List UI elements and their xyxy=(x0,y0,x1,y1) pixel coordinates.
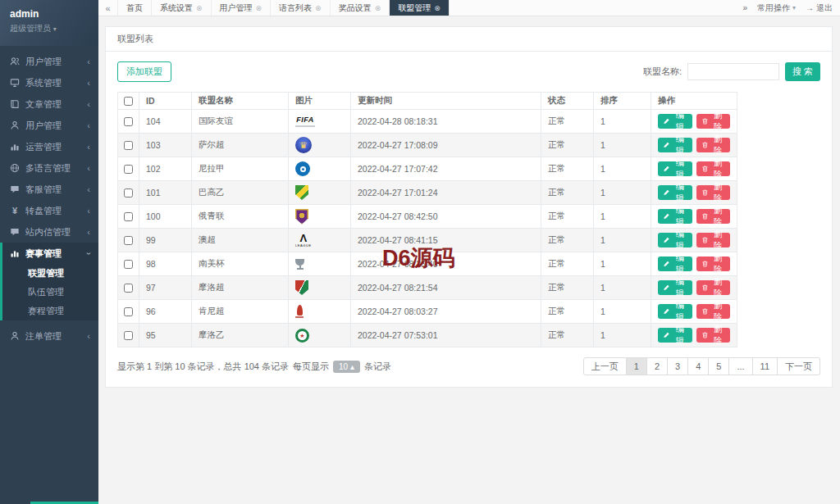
users-icon xyxy=(10,57,20,66)
edit-button[interactable]: 编辑 xyxy=(658,233,692,247)
edit-button[interactable]: 编辑 xyxy=(658,257,692,271)
sidebar-subitem-schedule-mgmt[interactable]: 赛程管理 xyxy=(2,302,98,320)
delete-button[interactable]: 删除 xyxy=(696,114,731,129)
delete-button[interactable]: 删除 xyxy=(696,161,731,176)
edit-button[interactable]: 编辑 xyxy=(658,328,692,343)
cell-sort: 1 xyxy=(594,205,651,229)
row-checkbox[interactable] xyxy=(124,236,133,245)
close-icon[interactable]: ⊗ xyxy=(315,4,322,12)
pagination-page-3[interactable]: 3 xyxy=(668,357,688,375)
sidebar-item-match-mgmt[interactable]: 赛事管理‹ xyxy=(2,243,98,264)
row-checkbox[interactable] xyxy=(124,212,133,221)
league-name-input[interactable] xyxy=(687,63,779,80)
sidebar-subitem-league-mgmt[interactable]: 联盟管理 xyxy=(2,264,98,283)
monitor-icon xyxy=(10,78,20,88)
sidebar-item-member-mgmt[interactable]: 用户管理‹ xyxy=(0,115,98,136)
chevron-left-icon: ‹ xyxy=(87,57,90,66)
row-checkbox[interactable] xyxy=(124,260,133,269)
chevron-left-icon: ‹ xyxy=(87,143,90,152)
sidebar-item-wheel-mgmt[interactable]: ¥转盘管理‹ xyxy=(0,200,98,221)
pagination: 上一页 1 2 3 4 5 ... 11 下一页 xyxy=(583,357,820,375)
role-dropdown[interactable]: 超级管理员 ▾ xyxy=(10,23,89,34)
delete-button[interactable]: 删除 xyxy=(696,304,731,319)
sidebar-subitem-team-mgmt[interactable]: 队伍管理 xyxy=(2,283,98,302)
add-league-button[interactable]: 添加联盟 xyxy=(117,61,171,82)
league-table: ID 联盟名称 图片 更新时间 状态 排序 操作 104 国际友谊 FIFA xyxy=(117,92,737,347)
pagination-page-5[interactable]: 5 xyxy=(709,357,729,375)
tab-prize-settings[interactable]: 奖品设置⊗ xyxy=(331,0,390,16)
tab-home[interactable]: 首页 xyxy=(118,0,152,16)
tab-league-mgmt[interactable]: 联盟管理⊗ xyxy=(390,0,450,16)
cell-name: 国际友谊 xyxy=(192,110,289,134)
row-checkbox[interactable] xyxy=(124,165,133,174)
edit-button[interactable]: 编辑 xyxy=(658,138,692,152)
row-checkbox[interactable] xyxy=(124,331,133,340)
expand-tabs-icon[interactable]: » xyxy=(742,3,747,12)
row-checkbox[interactable] xyxy=(124,188,133,198)
chevron-left-icon: ‹ xyxy=(87,79,90,88)
row-checkbox[interactable] xyxy=(124,284,133,293)
search-button[interactable]: 搜 索 xyxy=(785,62,820,81)
toolbar: 添加联盟 联盟名称: 搜 索 xyxy=(117,61,820,82)
cell-id: 98 xyxy=(139,252,192,276)
logout-button[interactable]: →退出 xyxy=(806,2,833,14)
delete-button[interactable]: 删除 xyxy=(696,138,731,152)
tab-system-settings[interactable]: 系统设置⊗ xyxy=(152,0,212,16)
edit-button[interactable]: 编辑 xyxy=(658,114,692,129)
sidebar-item-service-mgmt[interactable]: 客服管理‹ xyxy=(0,179,98,200)
common-actions-dropdown[interactable]: 常用操作▾ xyxy=(757,2,796,14)
sidebar-item-system-mgmt[interactable]: 系统管理‹ xyxy=(0,72,98,93)
table-row: 99 澳超 ΛLEAGUE 2022-04-27 08:41:15 正常 1 编… xyxy=(118,229,737,252)
sidebar-item-language-mgmt[interactable]: 多语言管理‹ xyxy=(0,157,98,179)
edit-icon xyxy=(663,284,670,292)
cell-sort: 1 xyxy=(594,229,651,252)
delete-button[interactable]: 删除 xyxy=(696,233,731,247)
pagination-page-1[interactable]: 1 xyxy=(627,357,647,375)
pagination-page-11[interactable]: 11 xyxy=(753,357,778,375)
close-icon[interactable]: ⊗ xyxy=(375,4,381,12)
pagination-prev[interactable]: 上一页 xyxy=(583,357,627,375)
delete-button[interactable]: 删除 xyxy=(696,280,731,295)
edit-button[interactable]: 编辑 xyxy=(658,280,692,295)
close-icon[interactable]: ⊗ xyxy=(256,4,262,12)
row-checkbox[interactable] xyxy=(124,307,133,316)
sidebar-item-article-mgmt[interactable]: 文章管理‹ xyxy=(0,93,98,115)
delete-button[interactable]: 删除 xyxy=(696,257,731,271)
cell-id: 95 xyxy=(139,324,192,347)
close-icon[interactable]: ⊗ xyxy=(196,4,203,12)
logout-icon: → xyxy=(806,3,814,12)
pagination-next[interactable]: 下一页 xyxy=(778,357,820,375)
page-size-dropdown[interactable]: 10 ▴ xyxy=(333,361,360,373)
red-green-shield-logo xyxy=(295,280,308,295)
pagination-ellipsis[interactable]: ... xyxy=(729,357,752,375)
chevron-left-icon: ‹ xyxy=(87,207,90,216)
edit-button[interactable]: 编辑 xyxy=(658,161,692,176)
main-content: 联盟列表 添加联盟 联盟名称: 搜 索 ID 联盟名称 图片 xyxy=(98,16,840,504)
cell-updated: 2022-04-27 08:41:15 xyxy=(351,229,541,252)
sidebar-item-bet-mgmt[interactable]: 注单管理‹ xyxy=(0,325,98,347)
edit-button[interactable]: 编辑 xyxy=(658,209,692,224)
tab-language-list[interactable]: 语言列表⊗ xyxy=(271,0,331,16)
sidebar: admin 超级管理员 ▾ 用户管理‹ 系统管理‹ 文章管理‹ 用户管理‹ 运营… xyxy=(0,0,98,504)
pagination-page-2[interactable]: 2 xyxy=(647,357,668,375)
trash-icon xyxy=(701,307,709,316)
edit-button[interactable]: 编辑 xyxy=(658,185,692,200)
select-all-checkbox[interactable] xyxy=(124,97,133,106)
sidebar-item-user-mgmt[interactable]: 用户管理‹ xyxy=(0,51,98,72)
close-icon[interactable]: ⊗ xyxy=(434,4,441,12)
row-checkbox[interactable] xyxy=(124,117,133,126)
tab-user-mgmt[interactable]: 用户管理⊗ xyxy=(212,0,272,16)
delete-button[interactable]: 删除 xyxy=(696,185,731,200)
delete-button[interactable]: 删除 xyxy=(696,209,731,224)
sidebar-item-operation-mgmt[interactable]: 运营管理‹ xyxy=(0,136,98,157)
collapse-tabs-icon[interactable]: « xyxy=(98,0,118,16)
green-yellow-shield-logo xyxy=(295,185,308,200)
edit-button[interactable]: 编辑 xyxy=(658,304,692,319)
delete-button[interactable]: 删除 xyxy=(696,328,731,343)
row-checkbox[interactable] xyxy=(124,141,133,150)
caret-up-icon: ▴ xyxy=(350,362,354,371)
pagination-page-4[interactable]: 4 xyxy=(688,357,709,375)
cell-updated: 2022-04-27 17:08:09 xyxy=(351,134,541,157)
sidebar-item-message-mgmt[interactable]: 站内信管理‹ xyxy=(0,221,98,243)
edit-icon xyxy=(663,165,670,173)
